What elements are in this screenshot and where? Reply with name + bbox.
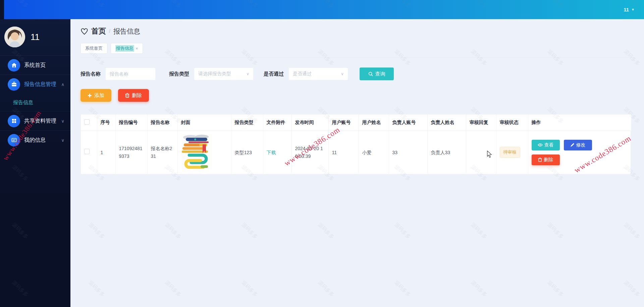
cell-report-type: 类型123 xyxy=(231,131,263,174)
sidebar-item-shared-materials[interactable]: 共享资料管理 ∨ xyxy=(0,111,70,130)
col-header-cover: 封面 xyxy=(177,115,231,131)
filter-name-label: 报告名称 xyxy=(80,71,101,77)
add-button-label: 添加 xyxy=(94,92,104,99)
select-placeholder: 是否通过 xyxy=(293,71,312,77)
col-header-review-reply: 审核回复 xyxy=(466,115,496,131)
select-placeholder: 请选择报告类型 xyxy=(198,71,231,77)
col-header-operations: 操作 xyxy=(528,115,631,131)
col-header-attachment: 文件附件 xyxy=(263,115,291,131)
select-all-checkbox[interactable] xyxy=(84,119,90,125)
cell-index: 1 xyxy=(97,131,115,174)
sidebar-item-label: 共享资料管理 xyxy=(24,118,56,125)
topbar: 11 ▼ xyxy=(0,0,644,19)
sidebar-item-label: 我的信息 xyxy=(24,137,46,144)
tab-system-home[interactable]: 系统首页 xyxy=(80,43,107,54)
col-header-publish-time: 发布时间 xyxy=(291,115,328,131)
cell-report-name: 报名名称231 xyxy=(147,131,177,174)
eye-icon xyxy=(538,143,543,147)
cell-manager-name: 负责人33 xyxy=(427,131,466,174)
breadcrumb-separator: / xyxy=(109,29,110,34)
delete-button[interactable]: 删除 xyxy=(118,89,149,102)
sidebar-profile: 11 xyxy=(0,19,70,54)
topbar-corner-notch xyxy=(0,0,4,19)
chevron-down-icon: ∨ xyxy=(246,72,249,76)
col-header-manager-name: 负责人姓名 xyxy=(427,115,466,131)
report-name-input[interactable] xyxy=(105,68,156,80)
pencil-icon xyxy=(570,143,575,147)
plus-icon xyxy=(88,93,92,98)
filter-type-label: 报告类型 xyxy=(169,71,189,77)
tab-label: 系统首页 xyxy=(85,45,103,51)
topbar-username: 11 xyxy=(624,7,629,12)
chevron-down-icon: ∨ xyxy=(341,72,344,76)
action-row: 添加 删除 xyxy=(80,89,634,102)
report-table: 序号 报告编号 报告名称 封面 报告类型 文件附件 发布时间 用户账号 用户姓名… xyxy=(80,114,631,175)
tab-report-info[interactable]: 报告信息 × xyxy=(111,43,143,54)
breadcrumb: 首页 / 报告信息 xyxy=(80,26,634,36)
briefcase-icon xyxy=(8,78,20,91)
cell-cover xyxy=(177,131,231,174)
breadcrumb-home[interactable]: 首页 xyxy=(91,26,106,36)
avatar[interactable] xyxy=(4,27,25,47)
col-header-user-account: 用户账号 xyxy=(328,115,359,131)
chevron-down-icon: ∨ xyxy=(61,119,64,124)
filter-pass-label: 是否通过 xyxy=(264,71,284,77)
trash-icon xyxy=(538,158,542,162)
search-button-label: 查询 xyxy=(375,71,385,77)
cell-review-reply xyxy=(466,131,496,174)
edit-button-label: 修改 xyxy=(576,142,586,148)
card-icon xyxy=(8,134,20,146)
home-icon xyxy=(8,59,20,72)
sidebar-subitem-label: 报告信息 xyxy=(13,99,33,106)
cell-user-name: 小爱 xyxy=(359,131,389,174)
filter-row: 报告名称 报告类型 请选择报告类型 ∨ 是否通过 是否通过 ∨ 查询 xyxy=(80,68,634,80)
tab-label: 报告信息 xyxy=(115,45,134,52)
report-type-select[interactable]: 请选择报告类型 ∨ xyxy=(194,68,254,80)
pass-select[interactable]: 是否通过 ∨ xyxy=(288,68,348,80)
sidebar-item-my-info[interactable]: 我的信息 ∨ xyxy=(0,130,70,149)
chevron-up-icon: ∧ xyxy=(61,82,64,87)
cell-manager-account: 33 xyxy=(389,131,427,174)
search-icon xyxy=(368,72,373,76)
status-badge: 待审核 xyxy=(500,147,520,158)
tab-bar: 系统首页 报告信息 × xyxy=(80,43,634,57)
close-icon[interactable]: × xyxy=(136,46,138,51)
row-checkbox[interactable] xyxy=(84,149,90,154)
table-header-row: 序号 报告编号 报告名称 封面 报告类型 文件附件 发布时间 用户账号 用户姓名… xyxy=(81,115,631,131)
sidebar-item-label: 系统首页 xyxy=(24,62,46,69)
view-button[interactable]: 查看 xyxy=(532,140,560,150)
cell-user-account: 11 xyxy=(328,131,359,174)
topbar-user-menu[interactable]: 11 ▼ xyxy=(624,0,635,19)
search-button[interactable]: 查询 xyxy=(360,68,394,80)
edit-button[interactable]: 修改 xyxy=(564,140,592,150)
col-header-index: 序号 xyxy=(97,115,115,131)
col-header-report-no: 报告编号 xyxy=(115,115,147,131)
col-header-report-name: 报告名称 xyxy=(147,115,177,131)
col-header-report-type: 报告类型 xyxy=(231,115,263,131)
sidebar-item-label: 报告信息管理 xyxy=(24,81,56,88)
chevron-down-icon: ▼ xyxy=(631,8,635,11)
sidebar-username: 11 xyxy=(31,32,40,42)
row-operations: 查看 修改 xyxy=(532,140,602,165)
sidebar-menu: 系统首页 报告信息管理 ∧ 报告信息 共享资料管理 ∨ xyxy=(0,55,70,149)
download-link[interactable]: 下载 xyxy=(267,150,276,155)
sidebar-subitem-report-info[interactable]: 报告信息 xyxy=(0,94,70,111)
chevron-down-icon: ∨ xyxy=(61,138,64,143)
main-content: 首页 / 报告信息 系统首页 报告信息 × 报告名称 报告类型 请选择报告类型 … xyxy=(70,19,644,307)
books-cover-image xyxy=(181,134,212,169)
table-row: 1 1710924819373 报名名称231 xyxy=(81,131,631,174)
view-button-label: 查看 xyxy=(544,142,554,148)
add-button[interactable]: 添加 xyxy=(80,89,111,102)
sidebar: 11 系统首页 报告信息管理 ∧ 报告信息 xyxy=(0,19,70,307)
heart-icon xyxy=(80,28,88,35)
row-delete-button[interactable]: 删除 xyxy=(532,155,560,165)
trash-icon xyxy=(125,93,129,98)
row-delete-button-label: 删除 xyxy=(544,157,553,163)
col-header-user-name: 用户姓名 xyxy=(359,115,389,131)
col-header-review-status: 审核状态 xyxy=(496,115,528,131)
cell-publish-time: 2024-03-20 16:53:39 xyxy=(291,131,328,174)
cell-report-no: 1710924819373 xyxy=(115,131,147,174)
page-title: 报告信息 xyxy=(113,27,140,36)
sidebar-item-system-home[interactable]: 系统首页 xyxy=(0,55,70,75)
sidebar-item-report-management[interactable]: 报告信息管理 ∧ xyxy=(0,75,70,94)
